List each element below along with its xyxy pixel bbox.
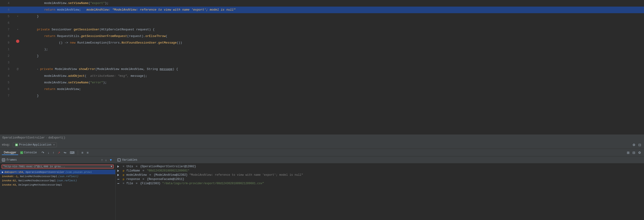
debug-tab-row: Debugger >_ Console ↷ ↓ ↑ ↗ ↬ ⌨ ≡ ≡ ⊞ ⊟ … — [0, 149, 644, 156]
code-content-1: modelAndView.setViewName("export"); — [21, 0, 644, 6]
frame-method-1: invoke0:-1, — [2, 175, 19, 178]
var-eq-response: = — [141, 178, 146, 181]
code-line-15: 7 } — [0, 93, 644, 99]
svg-rect-1 — [16, 144, 18, 145]
frames-dropdown-row: "http-nio-7001-exec-2"@11,600 in grou...… — [0, 164, 115, 170]
frames-panel-header: Frames ↑ ↓ ▼ — [0, 156, 115, 164]
code-editor: 4 modelAndView.setViewName("export"); 4 … — [0, 0, 644, 134]
variables-icon: x — [118, 158, 121, 162]
restore-view-button[interactable]: ⊞ — [626, 150, 630, 155]
code-line-10: 3 — [0, 59, 644, 66]
run-to-cursor-button[interactable]: ↬ — [63, 150, 68, 155]
console-tab-label: Console — [24, 151, 37, 154]
frame-item-2[interactable]: invoke:62, NativeMethodAccessorImpl (sun… — [0, 179, 115, 183]
var-expand-response[interactable] — [118, 178, 121, 181]
line-number-9: 2 — [0, 53, 14, 59]
frames-panel: Frames ↑ ↓ ▼ "http-nio-7001-exec-2"@11,6… — [0, 156, 116, 220]
var-item-response[interactable]: p response = {ResponseFacade@12011} — [116, 177, 644, 181]
frame-method-2: invoke:62, — [2, 179, 18, 182]
var-val-modelandview: {ModelAndView@12302} "ModelAndView: refe… — [154, 173, 303, 177]
svg-text:>_: >_ — [21, 152, 23, 154]
step-over-button[interactable]: ↷ — [40, 150, 45, 155]
frame-loc-0: (com.youzan.provi — [65, 171, 92, 174]
var-expand-modelandview[interactable] — [118, 174, 121, 176]
code-content-2: return modelAndView; modelAndView: "Mode… — [21, 6, 644, 13]
provider-tab-close[interactable]: × — [53, 143, 55, 146]
console-tab-button[interactable]: >_ Console — [20, 151, 37, 154]
line-number-8: 1 — [0, 46, 14, 53]
line-number-2: 4 — [0, 6, 14, 13]
var-item-filename[interactable]: p fileName = "08d12436201809021209681" — [116, 169, 644, 173]
code-content-15: } — [21, 93, 644, 99]
var-eq-modelandview: = — [148, 173, 153, 177]
toolbar-separator-1 — [78, 150, 78, 155]
var-item-modelandview[interactable]: p modelAndView = {ModelAndView@12302} "M… — [116, 173, 644, 177]
code-line-1: 4 modelAndView.setViewName("export"); — [0, 0, 644, 6]
line-number-1: 4 — [0, 0, 14, 6]
var-name-filename: fileName — [126, 169, 140, 172]
line-number-15: 7 — [0, 93, 14, 99]
var-item-this[interactable]: = this = {OperationReportController@1200… — [116, 164, 644, 169]
debug-prefix-label: ebug: — [2, 143, 10, 147]
variables-panel-header: x Variables — [116, 156, 644, 164]
var-eq-file: = — [134, 182, 139, 185]
line-number-5: 7 — [0, 26, 14, 33]
var-item-file[interactable]: = file = {File@12303} "/data/logs/crm-pr… — [116, 181, 644, 186]
settings-button[interactable]: ⚙ — [632, 143, 636, 147]
code-line-7: 9 () -> new RuntimeException(Errors.NotF… — [0, 39, 644, 46]
var-name-response: response — [126, 178, 140, 181]
frame-loc-1: (sun.reflect) — [58, 175, 78, 178]
code-line-4: 6 — [0, 20, 644, 26]
code-content-6: return RequestUtils.getSessionUserFromRe… — [21, 33, 644, 39]
var-type-icon-modelandview: p — [122, 174, 126, 176]
line-number-10: 3 — [0, 59, 14, 66]
thread-dropdown[interactable]: "http-nio-7001-exec-2"@11,600 in grou...… — [2, 164, 114, 169]
provider-application-tab[interactable]: ProviderApplication × — [13, 143, 57, 147]
line-number-12: 4 — [0, 73, 14, 79]
gutter-5: ▾ — [14, 26, 21, 33]
var-expand-file[interactable] — [118, 182, 121, 185]
debugger-tab-button[interactable]: Debugger — [2, 150, 18, 155]
variables-panel: x Variables = this = {OperationReportCon… — [116, 156, 644, 220]
frame-item-3[interactable]: invoke:43, DelegatingMethodAccessorImpl — [0, 183, 115, 187]
frames-list[interactable]: ▶ doExport:154, OperationReportControlle… — [0, 170, 115, 220]
frame-class-0: OperationReportController — [26, 171, 64, 174]
settings2-button[interactable]: ⚙ — [637, 150, 642, 155]
frames-up-button[interactable]: ↑ — [100, 158, 104, 162]
frames-panel-title: Frames — [6, 158, 17, 162]
frames-panel-toolbar: ↑ ↓ ▼ — [100, 158, 114, 162]
code-content-12: modelAndView.addObject( attributeName: "… — [21, 73, 644, 79]
variables-button[interactable]: ≡ — [86, 150, 90, 155]
debugger-toolbar: ebug: ProviderApplication × ⚙ ⊡ — [0, 141, 644, 149]
frame-item-0[interactable]: ▶ doExport:154, OperationReportControlle… — [0, 170, 115, 174]
code-content-9: } — [21, 53, 644, 59]
code-line-13: 5 modelAndView.setViewName("error"); — [0, 79, 644, 86]
frames-button[interactable]: ≡ — [80, 150, 84, 155]
evaluate-expression-button[interactable]: ⌨ — [69, 150, 76, 155]
restore-layout-button[interactable]: ⊡ — [638, 143, 642, 147]
frames-down-button[interactable]: ↓ — [104, 158, 108, 162]
var-eq-this: = — [134, 165, 139, 168]
provider-tab-label: ProviderApplication — [19, 143, 52, 147]
line-number-7: 9 — [0, 39, 14, 46]
svg-rect-2 — [16, 145, 18, 145]
expand-view-button[interactable]: ⊟ — [632, 150, 636, 155]
line-number-13: 5 — [0, 79, 14, 86]
frame-item-1[interactable]: invoke0:-1, NativeMethodAccessorImpl (su… — [0, 174, 115, 179]
svg-rect-8 — [2, 160, 4, 160]
step-out-button[interactable]: ↑ — [52, 150, 55, 155]
breadcrumb-method: doExport() — [48, 136, 65, 139]
code-content-5: private SessionUser getSessionUser(HttpS… — [21, 26, 644, 33]
provider-tab-icon — [15, 143, 18, 147]
console-tab-icon: >_ — [20, 151, 23, 154]
frames-filter-button[interactable]: ▼ — [108, 158, 114, 162]
svg-rect-7 — [2, 159, 4, 160]
code-content-14: return modelAndView; — [21, 86, 644, 93]
step-into-button[interactable]: ↓ — [47, 150, 50, 155]
code-line-12: 4 modelAndView.addObject( attributeName:… — [0, 73, 644, 79]
var-type-icon-response: p — [122, 178, 126, 181]
var-expand-filename[interactable] — [118, 170, 121, 172]
resume-button[interactable]: ↗ — [56, 150, 61, 155]
var-expand-this[interactable] — [118, 165, 121, 168]
breadcrumb-bar: OperationReportController › doExport() — [0, 134, 644, 141]
